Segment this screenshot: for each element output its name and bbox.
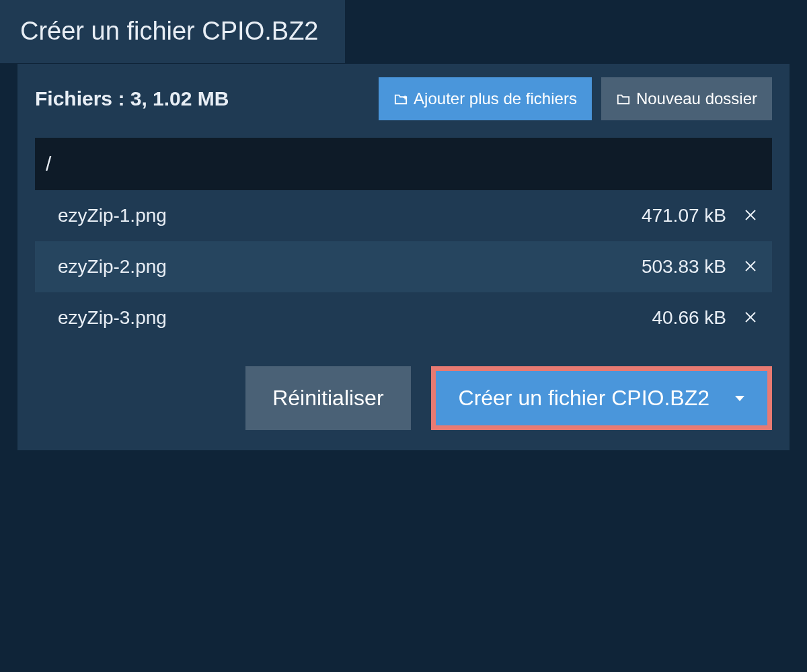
new-folder-label: Nouveau dossier xyxy=(636,89,757,108)
create-archive-label: Créer un fichier CPIO.BZ2 xyxy=(459,386,709,411)
create-archive-button[interactable]: Créer un fichier CPIO.BZ2 xyxy=(436,371,767,425)
add-more-files-button[interactable]: Ajouter plus de fichiers xyxy=(379,77,592,120)
file-row: ezyZip-2.png 503.83 kB xyxy=(35,241,772,292)
file-size: 40.66 kB xyxy=(652,307,726,329)
toolbar-row: Fichiers : 3, 1.02 MB Ajouter plus de fi… xyxy=(35,77,772,120)
file-size: 471.07 kB xyxy=(642,205,726,226)
file-row: ezyZip-1.png 471.07 kB xyxy=(35,190,772,241)
main-panel: Fichiers : 3, 1.02 MB Ajouter plus de fi… xyxy=(17,64,790,450)
remove-file-button[interactable] xyxy=(741,308,760,329)
file-size: 503.83 kB xyxy=(642,256,726,278)
file-name: ezyZip-1.png xyxy=(58,205,167,226)
chevron-down-icon xyxy=(735,396,744,401)
tab-title: Créer un fichier CPIO.BZ2 xyxy=(0,0,345,63)
file-row: ezyZip-3.png 40.66 kB xyxy=(35,292,772,343)
file-name: ezyZip-3.png xyxy=(58,307,167,329)
current-path[interactable]: / xyxy=(35,138,772,190)
files-summary: Fichiers : 3, 1.02 MB xyxy=(35,87,229,110)
add-more-files-label: Ajouter plus de fichiers xyxy=(414,89,577,108)
new-folder-button[interactable]: Nouveau dossier xyxy=(601,77,772,120)
close-icon xyxy=(742,258,759,276)
action-row: Réinitialiser Créer un fichier CPIO.BZ2 xyxy=(35,366,772,430)
remove-file-button[interactable] xyxy=(741,257,760,278)
close-icon xyxy=(742,207,759,225)
folder-icon xyxy=(616,92,631,106)
files-summary-label: Fichiers : xyxy=(35,87,124,110)
toolbar-buttons: Ajouter plus de fichiers Nouveau dossier xyxy=(379,77,772,120)
primary-action-highlight: Créer un fichier CPIO.BZ2 xyxy=(431,366,772,430)
files-summary-value: 3, 1.02 MB xyxy=(130,87,229,110)
file-list: / ezyZip-1.png 471.07 kB xyxy=(35,138,772,343)
close-icon xyxy=(742,309,759,327)
file-name: ezyZip-2.png xyxy=(58,256,167,278)
remove-file-button[interactable] xyxy=(741,206,760,226)
folder-plus-icon xyxy=(393,92,408,106)
reset-button[interactable]: Réinitialiser xyxy=(245,366,410,430)
